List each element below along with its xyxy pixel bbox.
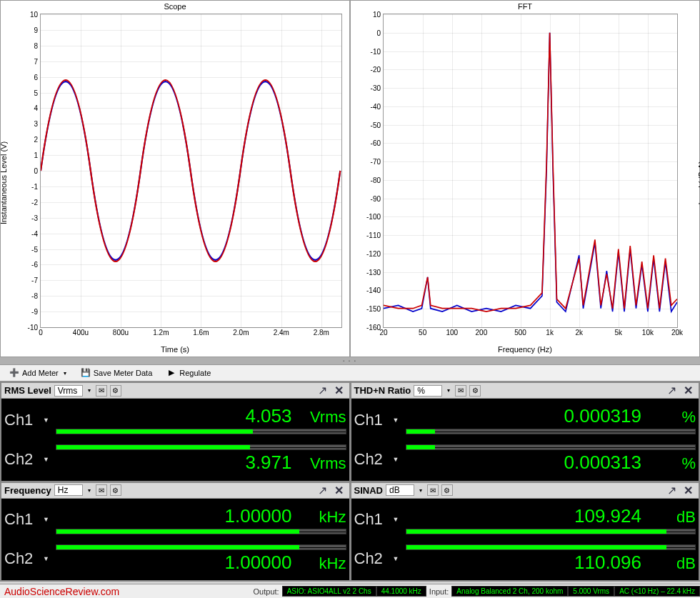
fft-panel: FFT Level (dBrA) Frequency (Hz) 10 0 -10…	[350, 0, 700, 357]
freq-ch1-bar	[56, 529, 346, 534]
freq-ch2-row: Ch2 ▼ 1.00000kHz	[4, 539, 346, 579]
sinad-unit-select[interactable]: dB	[386, 484, 414, 496]
scope-xlabel: Time (s)	[161, 345, 189, 354]
scope-trace-ch1	[41, 80, 340, 261]
scope-title: Scope	[164, 2, 186, 11]
rms-title: RMS Level	[4, 385, 51, 396]
sinad-ch1-row: Ch1 ▼ 109.924dB	[354, 500, 696, 539]
sinad-ch2-row: Ch2 ▼ 110.096dB	[354, 539, 696, 579]
output-value[interactable]: ASIO: ASIO4ALL v2 2 Chs	[282, 586, 376, 597]
chevron-down-icon[interactable]: ▼	[393, 456, 400, 463]
rms-ch2-value: 3.971	[245, 452, 291, 474]
input-bandwidth[interactable]: AC (<10 Hz) – 22.4 kHz	[614, 586, 700, 597]
brand-label: AudioScienceReview.com	[0, 586, 124, 597]
envelope-icon[interactable]: ✉	[96, 385, 107, 397]
scope-panel: Scope AUDIOPHONICS EVO-SABRE USB/XLR Ins…	[0, 0, 350, 357]
regulate-button[interactable]: ▶Regulate	[160, 366, 217, 380]
thdn-title: THD+N Ratio	[354, 385, 411, 396]
freq-ch1-row: Ch1 ▼ 1.00000kHz	[4, 500, 346, 539]
fft-ylabel: Level (dBrA)	[697, 161, 700, 204]
thdn-ch2-bar	[406, 444, 696, 450]
meter-rms: RMS Level Vrms▾ ✉ ⚙ ↗ ✕ Ch1 ▼ 4.053Vrms …	[1, 383, 349, 481]
meter-thdn: THD+N Ratio %▾ ✉ ⚙ ↗ ✕ Ch1 ▼ 0.000319% C…	[351, 383, 699, 481]
freq-title: Frequency	[4, 485, 51, 496]
save-icon: 💾	[81, 368, 91, 378]
pane-divider[interactable]: • • •	[0, 357, 700, 364]
fft-trace-ch1	[384, 33, 677, 312]
gear-icon[interactable]: ⚙	[469, 385, 481, 397]
dropdown-icon[interactable]: ▾	[417, 487, 424, 494]
meter-frequency: Frequency Hz▾ ✉ ⚙ ↗ ✕ Ch1 ▼ 1.00000kHz C…	[1, 483, 349, 581]
popout-icon[interactable]: ↗	[316, 484, 329, 497]
freq-ch2-bar	[56, 544, 346, 550]
thdn-ch1-row: Ch1 ▼ 0.000319%	[354, 400, 696, 439]
scope-plot[interactable]: 10 9 8 7 6 5 4 3 2 1 0 -1 -2 -3 -4 -5 -6…	[40, 14, 342, 328]
gear-icon[interactable]: ⚙	[110, 484, 121, 496]
meter-sinad: SINAD dB▾ ✉ ⚙ ↗ ✕ Ch1 ▼ 109.924dB Ch2 ▼	[351, 483, 699, 581]
sinad-title: SINAD	[354, 485, 383, 496]
chevron-down-icon[interactable]: ▼	[43, 516, 50, 523]
envelope-icon[interactable]: ✉	[455, 385, 466, 397]
dropdown-icon[interactable]: ▾	[86, 487, 93, 494]
output-label: Output:	[251, 587, 282, 596]
chevron-down-icon[interactable]: ▼	[43, 417, 50, 424]
close-icon[interactable]: ✕	[681, 484, 696, 497]
dropdown-icon: ▾	[64, 370, 66, 377]
dropdown-icon[interactable]: ▾	[445, 387, 452, 394]
rms-ch2-bar	[56, 444, 346, 450]
plus-icon: ➕	[9, 368, 19, 378]
close-icon[interactable]: ✕	[331, 384, 346, 397]
thdn-ch1-bar	[406, 429, 696, 434]
chevron-down-icon[interactable]: ▼	[393, 555, 400, 562]
input-label: Input:	[426, 587, 452, 596]
thdn-ch1-value: 0.000319	[564, 405, 641, 427]
thdn-unit-select[interactable]: %	[414, 385, 442, 397]
thdn-ch2-value: 0.000313	[564, 452, 641, 474]
popout-icon[interactable]: ↗	[316, 384, 329, 397]
meter-toolbar: ➕Add Meter▾ 💾Save Meter Data ▶Regulate	[0, 364, 700, 382]
popout-icon[interactable]: ↗	[666, 384, 678, 397]
rms-ch1-bar	[56, 429, 346, 434]
popout-icon[interactable]: ↗	[666, 484, 678, 497]
input-level[interactable]: 5.000 Vrms	[568, 586, 614, 597]
thdn-ch2-row: Ch2 ▼ 0.000313%	[354, 439, 696, 479]
chevron-down-icon[interactable]: ▼	[43, 456, 50, 463]
envelope-icon[interactable]: ✉	[96, 484, 107, 496]
chevron-down-icon[interactable]: ▼	[43, 555, 50, 562]
sinad-ch1-bar	[406, 529, 696, 534]
sinad-ch2-bar	[406, 544, 696, 550]
envelope-icon[interactable]: ✉	[427, 484, 439, 496]
close-icon[interactable]: ✕	[681, 384, 696, 397]
freq-unit-select[interactable]: Hz	[54, 484, 83, 496]
fft-plot[interactable]: 10 0 -10 -20 -30 -40 -50 -60 -70 -80 -90…	[383, 14, 678, 328]
add-meter-button[interactable]: ➕Add Meter▾	[3, 366, 73, 380]
fft-title: FFT	[518, 2, 532, 11]
freq-ch2-value: 1.00000	[225, 552, 292, 574]
rms-ch2-row: Ch2 ▼ 3.971Vrms	[4, 439, 346, 479]
close-icon[interactable]: ✕	[331, 484, 346, 497]
freq-ch1-value: 1.00000	[225, 505, 292, 527]
input-value[interactable]: Analog Balanced 2 Ch, 200 kohm	[451, 586, 568, 597]
rms-unit-select[interactable]: Vrms	[54, 385, 83, 397]
rms-ch1-row: Ch1 ▼ 4.053Vrms	[4, 400, 346, 439]
gear-icon[interactable]: ⚙	[110, 385, 121, 397]
rms-ch1-value: 4.053	[245, 405, 291, 427]
output-rate[interactable]: 44.1000 kHz	[376, 586, 426, 597]
sinad-ch1-value: 109.924	[574, 505, 641, 527]
save-meter-button[interactable]: 💾Save Meter Data	[74, 366, 159, 380]
sinad-ch2-value: 110.096	[574, 552, 641, 574]
status-bar: AudioScienceReview.com Output: ASIO: ASI…	[0, 584, 700, 598]
chevron-down-icon[interactable]: ▼	[393, 516, 400, 523]
scope-ylabel: Instantaneous Level (V)	[0, 141, 8, 224]
gear-icon[interactable]: ⚙	[441, 484, 453, 496]
play-icon: ▶	[166, 368, 176, 378]
chevron-down-icon[interactable]: ▼	[393, 417, 400, 424]
dropdown-icon[interactable]: ▾	[86, 387, 93, 394]
fft-xlabel: Frequency (Hz)	[498, 345, 552, 354]
